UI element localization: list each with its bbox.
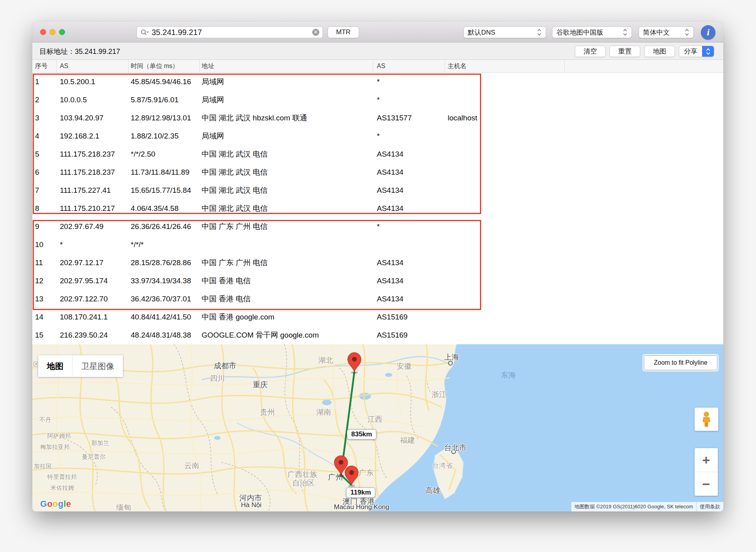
table-row[interactable]: 3103.94.20.9712.89/12.98/13.01中国 湖北 武汉 h… [32,109,723,127]
cell-addr: 局域网 [200,77,373,87]
pegman-icon [701,412,712,427]
cell-addr: 中国 湖北 武汉 hbzskl.com 联通 [200,113,373,123]
clear-button[interactable]: 清空 [575,46,606,57]
reset-button[interactable]: 重置 [610,46,640,57]
clear-search-icon[interactable]: ✕ [312,29,319,36]
header-time[interactable]: 时间（单位 ms） [129,60,200,72]
map-label: 湖南 [316,407,331,417]
cell-ip: 216.239.50.24 [57,331,129,340]
map-label: 台湾省 [432,461,452,470]
cell-seq: 3 [32,114,57,122]
mtr-button[interactable]: MTR [328,26,359,38]
header-as[interactable]: AS [373,60,445,72]
map-label: 高雄 [425,486,440,496]
map-label: 梅加拉亚邦 [40,443,70,451]
cell-as2: * [373,78,445,86]
cell-seq: 11 [32,258,57,267]
minimize-window-button[interactable] [50,29,56,35]
map-label: 特里普拉邦 [47,473,77,481]
table-row[interactable]: 6111.175.218.23711.73/11.84/11.89中国 湖北 武… [32,163,723,181]
cell-seq: 4 [32,132,57,140]
zoom-window-button[interactable] [59,29,65,35]
cell-as2: * [373,96,445,104]
zoom-out-button[interactable]: − [695,472,718,496]
cell-addr: 中国 广东 广州 电信 [200,222,373,232]
cell-time: 5.87/5.91/6.01 [129,96,200,104]
header-seq[interactable]: 序号 [32,60,57,72]
map-label: 米佐拉姆 [50,484,74,492]
map-label: 成都市 [214,361,236,371]
language-select[interactable]: 简体中文 [639,26,694,38]
table-row[interactable]: 11202.97.12.1728.15/28.76/28.86中国 广东 广州 … [32,254,723,272]
share-button[interactable]: 分享 [679,46,714,57]
cell-time: */*/* [129,240,200,249]
cell-as2: AS4134 [373,168,445,177]
table-row[interactable]: 10**/*/* [32,236,723,254]
terms-link[interactable]: 使用条款 [696,502,723,511]
map-canvas[interactable]: 湖北安徽上海东海浙江江西福建湖南贵州重庆成都市四川云南广东广州广西壮族自治区台北… [32,344,723,511]
search-input[interactable] [152,28,312,37]
close-window-button[interactable] [40,29,46,35]
map-label: 云南 [184,461,199,471]
pegman-control[interactable] [695,408,718,431]
cell-as2: AS4134 [373,295,445,303]
map-type-control: 地图 卫星图像 [38,355,123,377]
google-logo[interactable]: Google [40,499,71,509]
table-row[interactable]: 13202.97.122.7036.42/36.70/37.01中国 香港 电信… [32,290,723,308]
cell-seq: 2 [32,96,57,104]
map-label: 缅甸 [116,502,131,511]
map-label: 四川 [210,373,225,384]
target-address-label: 目标地址：35.241.99.217 [39,47,120,56]
table-body: 110.5.200.145.85/45.94/46.16局域网*210.0.0.… [32,73,723,344]
header-as-ip[interactable]: AS [57,60,129,72]
distance-label: 835km [347,429,376,439]
cell-addr: 中国 湖北 武汉 电信 [200,149,373,159]
table-header: 序号 AS 时间（单位 ms） 地址 AS 主机名 [32,60,723,73]
map-label: 上海 [444,352,459,362]
cell-ip: 111.175.218.237 [57,168,129,177]
map-button[interactable]: 地图 [644,46,675,57]
map-label: 加拉国 [34,463,52,470]
map-label: 不丹 [39,416,51,424]
map-source-select[interactable]: 谷歌地图中国版 [552,26,632,38]
map-label: 湖北 [318,355,333,366]
map-type-satellite-button[interactable]: 卫星图像 [72,355,123,377]
cell-ip: 103.94.20.97 [57,114,129,122]
table-row[interactable]: 14108.170.241.140.84/41.42/41.50中国 香港 go… [32,308,723,326]
table-row[interactable]: 4192.168.2.11.88/2.10/2.35局域网* [32,127,723,145]
share-dropdown-icon[interactable] [702,46,714,57]
header-hostname[interactable]: 主机名 [445,60,565,72]
cell-seq: 12 [32,277,57,285]
zoom-to-fit-polyline-button[interactable]: Zoom to fit Polyline [644,355,717,370]
header-address[interactable]: 地址 [200,60,373,72]
table-row[interactable]: 15216.239.50.2448.24/48.31/48.38GOOGLE.C… [32,326,723,344]
chevron-up-down-icon [537,28,542,37]
cell-ip: 192.168.2.1 [57,132,129,140]
map-type-map-button[interactable]: 地图 [38,355,72,377]
table-row[interactable]: 210.0.0.55.87/5.91/6.01局域网* [32,91,723,109]
cell-addr: 中国 湖北 武汉 电信 [200,167,373,177]
table-row[interactable]: 7111.175.227.4115.65/15.77/15.84中国 湖北 武汉… [32,181,723,199]
cell-ip: * [57,240,129,249]
cell-as2: AS4134 [373,204,445,213]
map-label: 那加兰 [91,439,109,447]
map-label: 广东 [359,468,374,478]
table-row[interactable]: 5111.175.218.237*/*/2.50中国 湖北 武汉 电信AS413… [32,145,723,163]
table-row[interactable]: 9202.97.67.4926.36/26.41/26.46中国 广东 广州 电… [32,218,723,236]
cell-as2: AS4134 [373,258,445,267]
cell-as2: AS15169 [373,313,445,321]
cell-seq: 15 [32,331,57,340]
map-label: 曼尼普尔 [82,453,106,461]
cell-ip: 202.97.95.174 [57,277,129,285]
info-button[interactable]: i [701,25,715,40]
table-row[interactable]: 12202.97.95.17433.97/34.19/34.38中国 香港 电信… [32,272,723,290]
table-row[interactable]: 8111.175.210.2174.06/4.35/4.58中国 湖北 武汉 电… [32,199,723,218]
table-row[interactable]: 110.5.200.145.85/45.94/46.16局域网* [32,73,723,91]
search-field[interactable]: ✕ [137,26,323,38]
cell-time: 1.88/2.10/2.35 [129,132,200,140]
zoom-in-button[interactable]: + [695,448,718,472]
map-label: 江西 [367,414,382,425]
cell-seq: 9 [32,222,57,231]
dns-select[interactable]: 默认DNS [463,26,546,38]
cell-time: 40.84/41.42/41.50 [129,313,200,321]
